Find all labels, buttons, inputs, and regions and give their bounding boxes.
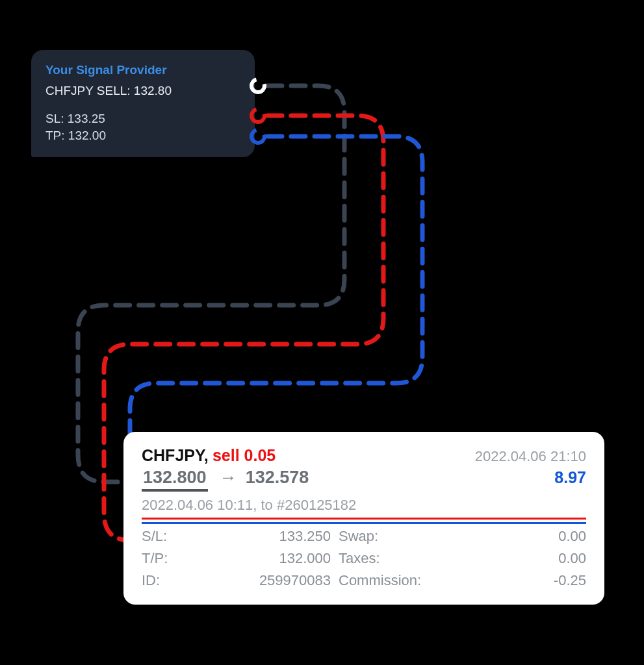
signal-main-line: CHFJPY SELL: 132.80 [45, 82, 240, 99]
label-commission: Commission: [339, 572, 449, 589]
signal-tp-line: TP: 132.00 [45, 127, 240, 144]
label-tp: T/P: [142, 550, 194, 567]
label-swap: Swap: [339, 528, 449, 545]
trade-details-grid: S/L: 133.250 Swap: 0.00 T/P: 132.000 Tax… [142, 528, 586, 589]
signal-message-bubble: Your Signal Provider CHFJPY SELL: 132.80… [31, 50, 255, 157]
signal-provider-title: Your Signal Provider [45, 62, 240, 79]
value-swap: 0.00 [457, 528, 586, 545]
divider-blue [142, 522, 586, 524]
trade-header: CHFJPY, sell 0.05 [142, 446, 276, 465]
trade-close-price: 132.578 [246, 468, 309, 487]
trade-close-info: 2022.04.06 10:11, to #260125182 [142, 497, 586, 520]
signal-sl-line: SL: 133.25 [45, 110, 240, 127]
value-taxes: 0.00 [457, 550, 586, 567]
trade-card: CHFJPY, sell 0.05 2022.04.06 21:10 132.8… [123, 432, 604, 605]
label-sl: S/L: [142, 528, 194, 545]
value-commission: -0.25 [457, 572, 586, 589]
trade-symbol: CHFJPY, [142, 446, 209, 464]
trade-side: sell 0.05 [213, 446, 276, 464]
trade-entry-price: 132.800 [142, 468, 208, 492]
trade-prices: 132.800 → 132.578 [142, 468, 309, 492]
label-id: ID: [142, 572, 194, 589]
trade-open-time: 2022.04.06 21:10 [475, 448, 586, 465]
label-taxes: Taxes: [339, 550, 449, 567]
value-id: 259970083 [201, 572, 331, 589]
value-tp: 132.000 [201, 550, 331, 567]
arrow-right-icon: → [219, 468, 237, 488]
trade-profit: 8.97 [554, 468, 586, 487]
value-sl: 133.250 [201, 528, 331, 545]
